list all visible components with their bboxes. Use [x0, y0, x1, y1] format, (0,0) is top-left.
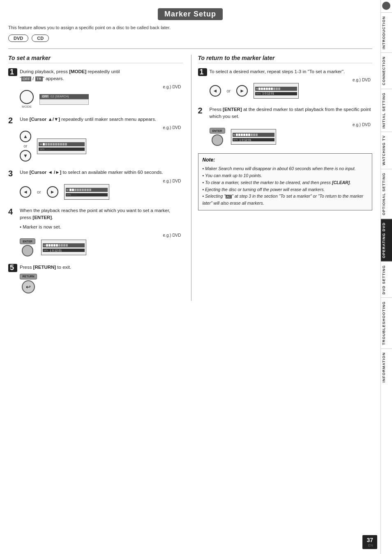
step-3: 3 Use [Cursor ◄ /►] to select an availab…: [8, 169, 183, 201]
right-left-arrow-button[interactable]: ◄: [210, 85, 221, 97]
step-1: 1 During playback, press [MODE] repeated…: [8, 68, 183, 111]
sidebar-tab-introduction: INTRODUCTION: [381, 12, 392, 53]
page-number: 37: [367, 537, 373, 543]
page-lang: EN: [367, 543, 373, 547]
right-step-1-or: or: [227, 88, 231, 93]
step-3-number: 3: [8, 169, 17, 178]
step-4-eg: e.g.) DVD: [20, 233, 183, 238]
sidebar-tab-connection: CONNECTION: [381, 53, 392, 89]
right-step-1-eg: e.g.) DVD: [210, 78, 373, 82]
left-arrow-button[interactable]: ◄: [20, 186, 31, 198]
sidebar-tab-information: INFORMATION: [381, 349, 392, 386]
step-2-screen: M: [37, 138, 86, 154]
right-step-2-dvd-row: ENTER M: [210, 128, 373, 146]
right-step-2: 2 Press [ENTER] at the desired marker to…: [198, 106, 373, 148]
step-3-dvd-row: ◄ or ► M: [20, 184, 183, 200]
enter-button-set: ENTER: [20, 238, 35, 256]
right-step-2-screen: M: [231, 129, 276, 145]
right-step-1-number: 1: [198, 68, 207, 76]
step-5-content: Press [RETURN] to exit. RETURN ↩: [20, 264, 183, 295]
right-step-1-content: To select a desired marker, repeat steps…: [210, 68, 373, 100]
step-5-dvd-row: RETURN ↩: [20, 274, 183, 293]
page-subtitle: This feature allows you to assign a spec…: [8, 24, 372, 31]
or-label: or: [20, 144, 31, 148]
step-1-dvd-row: MODE OFF /12 (SEARCH): [20, 90, 183, 108]
step-4: 4 When the playback reaches the point at…: [8, 207, 183, 259]
right-section-heading: To return to the marker later: [198, 55, 373, 63]
left-section-heading: To set a marker: [8, 55, 183, 63]
two-col-layout: To set a marker 1 During playback, press…: [8, 55, 372, 301]
step-4-text: When the playback reaches the point at w…: [20, 207, 183, 222]
sidebar-tab-troubleshooting: TROUBLESHOOTING: [381, 298, 392, 349]
right-step-1-screen: M: [254, 83, 299, 99]
right-sidebar: INTRODUCTION CONNECTION INITIAL SETTING …: [380, 0, 392, 554]
step-4-number: 4: [8, 207, 17, 216]
cd-badge: CD: [32, 35, 49, 42]
note-text: • Maker Search menu will disappear in ab…: [203, 165, 368, 207]
note-box: Note: • Maker Search menu will disappear…: [198, 153, 373, 210]
step-3-text: Use [Cursor ◄ /►] to select an available…: [20, 169, 183, 176]
note-title: Note:: [203, 157, 368, 163]
mode-button-label: MODE: [22, 105, 32, 108]
page-number-box: 37 EN: [362, 535, 377, 549]
right-column: To return to the marker later 1 To selec…: [191, 55, 373, 301]
search-bar-display: OFF /12 (SEARCH): [39, 94, 89, 99]
right-step-2-text: Press [ENTER] at the desired marker to s…: [210, 106, 373, 120]
right-step-1-text: To select a desired marker, repeat steps…: [210, 68, 373, 75]
step-1-screen: OFF /12 (SEARCH): [39, 94, 89, 105]
right-step-1: 1 To select a desired marker, repeat ste…: [198, 68, 373, 100]
return-button: RETURN ↩: [20, 274, 37, 293]
sidebar-tab-optional-setting: OPTIONAL SETTING: [381, 169, 392, 219]
right-enter-button: ENTER: [210, 128, 225, 146]
step-2-number: 2: [8, 116, 17, 125]
sidebar-tab-operating-dvd: OPERATING DVD: [381, 219, 392, 261]
dvd-badge: DVD: [8, 35, 28, 42]
page-title: Marker Setup: [158, 8, 223, 20]
step-5-text: Press [RETURN] to exit.: [20, 264, 183, 271]
step-2: 2 Use [Cursor ▲/▼] repeatedly until make…: [8, 116, 183, 163]
step-1-text: During playback, press [MODE] repeatedly…: [20, 68, 183, 83]
step-4-dvd-row: ENTER M: [20, 238, 183, 256]
right-step-2-eg: e.g.) DVD: [210, 122, 373, 127]
right-step-1-dvd-row: ◄ or ► M: [210, 83, 373, 99]
step-2-content: Use [Cursor ▲/▼] repeatedly until maker …: [20, 116, 183, 163]
mode-button: MODE: [20, 90, 34, 108]
right-right-arrow-button[interactable]: ►: [236, 85, 248, 97]
left-column: To set a marker 1 During playback, press…: [8, 55, 183, 301]
step-4-screen: M: [41, 240, 86, 255]
step-1-content: During playback, press [MODE] repeatedly…: [20, 68, 183, 111]
step-2-eg: e.g.) DVD: [20, 125, 183, 130]
step-3-content: Use [Cursor ◄ /►] to select an available…: [20, 169, 183, 201]
step-5-number: 5: [8, 264, 17, 272]
search-label: /12 (SEARCH): [50, 95, 69, 98]
step-3-screen: M: [64, 184, 109, 200]
main-content: Marker Setup This feature allows you to …: [0, 0, 380, 309]
sidebar-tab-initial-setting: INITIAL SETTING: [381, 89, 392, 132]
up-arrow-button[interactable]: ▲: [20, 131, 31, 142]
sidebar-tab-watching-tv: WATCHING TV: [381, 132, 392, 169]
disc-badges: DVD CD: [8, 35, 372, 42]
step-1-eg: e.g.) DVD: [20, 85, 183, 89]
right-step-2-content: Press [ENTER] at the desired marker to s…: [210, 106, 373, 148]
step-5: 5 Press [RETURN] to exit. RETURN ↩: [8, 264, 183, 295]
step-4-note: • Marker is now set.: [20, 224, 183, 231]
step-4-content: When the playback reaches the point at w…: [20, 207, 183, 259]
off-tag: OFF: [42, 95, 49, 98]
step-2-text: Use [Cursor ▲/▼] repeatedly until maker …: [20, 116, 183, 123]
step-2-dvd-row: ▲ or ▼ M: [20, 131, 183, 162]
right-arrow-button[interactable]: ►: [47, 186, 58, 198]
sidebar-tab-dvd-setting: DVD SETTING: [381, 261, 392, 298]
step-3-eg: e.g.) DVD: [20, 179, 183, 183]
step-1-number: 1: [8, 68, 17, 76]
down-arrow-button[interactable]: ▼: [20, 150, 31, 162]
mode-button-circle: [20, 90, 34, 104]
main-divider: [8, 48, 372, 49]
top-circle-decoration: [382, 2, 390, 10]
right-step-2-number: 2: [198, 106, 207, 115]
page-title-wrapper: Marker Setup: [8, 8, 372, 20]
step-3-or: or: [37, 189, 41, 194]
up-down-buttons: ▲ or ▼: [20, 131, 31, 162]
